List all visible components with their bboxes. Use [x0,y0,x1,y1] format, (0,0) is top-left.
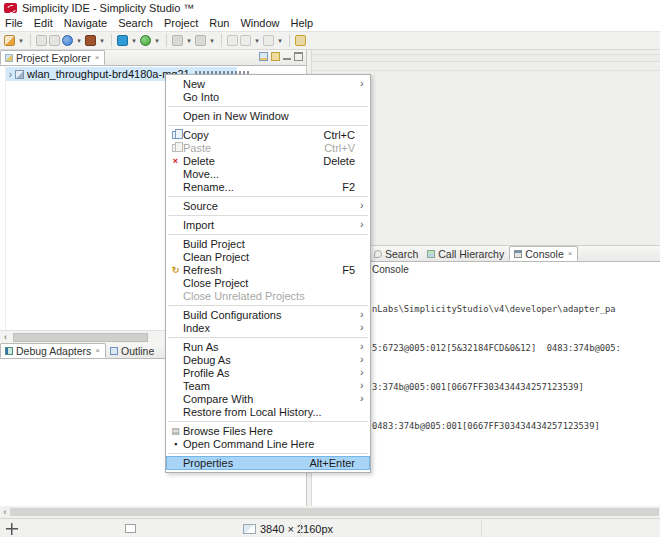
build-icon[interactable] [85,35,96,46]
collapse-all-icon[interactable] [259,52,268,61]
submenu-arrow-icon: › [360,322,367,333]
menu-separator [168,305,368,306]
menu-item-build-configurations[interactable]: Build Configurations› [166,308,370,321]
project-icon [15,70,24,79]
link-with-editor-icon[interactable] [271,52,280,61]
menu-item-restore-from-local-history[interactable]: Restore from Local History... [166,405,370,418]
console-view-icon [514,250,522,258]
menu-separator [168,106,368,107]
menu-item-copy[interactable]: CopyCtrl+C [166,128,370,141]
new-dropdown-caret[interactable]: ▾ [17,37,25,45]
search-toolbar-icon[interactable] [295,35,306,46]
flash-dropdown-caret[interactable]: ▾ [185,37,193,45]
menu-help[interactable]: Help [291,17,314,29]
menu-item-new[interactable]: New› [166,77,370,90]
debug-dropdown-caret[interactable]: ▾ [130,37,138,45]
close-icon[interactable]: × [95,53,100,62]
menu-item-open-in-new-window[interactable]: Open in New Window [166,109,370,122]
save-all-icon[interactable] [49,35,60,46]
flash-programmer-icon[interactable] [172,35,183,46]
close-icon[interactable]: × [95,346,100,355]
menu-separator [168,196,368,197]
build-dropdown-caret[interactable]: ▾ [98,37,106,45]
call-hierarchy-icon [427,250,435,258]
menu-item-close-unrelated-projects[interactable]: Close Unrelated Projects [166,289,370,302]
scrollbar-thumb[interactable] [13,333,148,342]
tab-project-explorer[interactable]: Project Explorer × [0,50,105,65]
tab-call-hierarchy[interactable]: Call Hierarchy [423,246,509,261]
history-dropdown-caret[interactable]: ▾ [253,37,261,45]
menu-item-refresh[interactable]: ↻RefreshF5 [166,263,370,276]
console-output[interactable]: nLabs\SimplicityStudio\v4\developer\adap… [372,277,621,459]
forward-icon[interactable] [240,35,251,46]
console-header-label: Console [372,264,409,275]
project-explorer-tab-row: Project Explorer × [0,50,306,66]
submenu-arrow-icon: › [360,393,367,404]
new-wizard-icon[interactable] [4,35,15,46]
menu-item-clean-project[interactable]: Clean Project [166,250,370,263]
nav-dropdown-caret[interactable]: ▾ [276,37,284,45]
tab-debug-adapters[interactable]: Debug Adapters × [0,343,106,358]
last-edit-icon[interactable] [263,35,274,46]
debug-icon[interactable] [117,35,128,46]
menu-item-browse-files-here[interactable]: ▤Browse Files Here [166,424,370,437]
submenu-arrow-icon: › [360,200,367,211]
profile-icon[interactable] [195,35,206,46]
menu-item-profile-as[interactable]: Profile As› [166,366,370,379]
menu-item-build-project[interactable]: Build Project [166,237,370,250]
console-line: nLabs\SimplicityStudio\v4\developer\adap… [372,303,621,316]
menu-item-team[interactable]: Team› [166,379,370,392]
menu-item-go-into[interactable]: Go Into [166,90,370,103]
run-icon[interactable] [140,35,151,46]
project-explorer-tab-label: Project Explorer [16,52,91,64]
tab-console[interactable]: Console × [509,246,578,261]
menu-item-run-as[interactable]: Run As› [166,340,370,353]
menu-search[interactable]: Search [118,17,153,29]
expand-chevron-icon[interactable]: › [6,69,15,80]
menu-separator [168,125,368,126]
simplicity-studio-logo-icon [4,3,17,13]
run-dropdown-caret[interactable]: ▾ [153,37,161,45]
menu-item-move[interactable]: Move... [166,167,370,180]
minimize-icon[interactable] [283,53,291,60]
menu-item-delete[interactable]: ×DeleteDelete [166,154,370,167]
menu-item-debug-as[interactable]: Debug As› [166,353,370,366]
main-toolbar: ▾ ▾ ▾ ▾ ▾ ▾ ▾ ▾ ▾ [0,31,660,50]
menu-item-close-project[interactable]: Close Project [166,276,370,289]
close-icon[interactable]: × [568,249,573,258]
launcher-dropdown-caret[interactable]: ▾ [75,37,83,45]
menu-item-paste[interactable]: PasteCtrl+V [166,141,370,154]
menu-window[interactable]: Window [240,17,279,29]
scrollbar-track[interactable] [10,508,659,516]
search-view-icon [374,250,382,258]
launcher-icon[interactable] [62,35,73,46]
menu-run[interactable]: Run [209,17,229,29]
scroll-left-arrow-icon[interactable]: ‹ [0,331,11,343]
menu-item-compare-with[interactable]: Compare With› [166,392,370,405]
maximize-icon[interactable] [294,52,303,61]
toolbar-separator [111,34,112,47]
profile-dropdown-caret[interactable]: ▾ [208,37,216,45]
menu-separator [168,215,368,216]
menu-project[interactable]: Project [164,17,198,29]
save-icon[interactable] [36,35,47,46]
menu-file[interactable]: File [5,17,23,29]
search-tab-label: Search [385,248,418,260]
menu-item-properties[interactable]: PropertiesAlt+Enter [166,456,370,470]
selection-frame-icon[interactable] [125,524,136,533]
menu-item-rename[interactable]: Rename...F2 [166,180,370,193]
menu-navigate[interactable]: Navigate [64,17,107,29]
menu-item-source[interactable]: Source› [166,199,370,212]
menu-item-import[interactable]: Import› [166,218,370,231]
menu-item-open-command-line-here[interactable]: ▪Open Command Line Here [166,437,370,450]
scroll-left-arrow-icon[interactable]: ‹ [0,507,10,517]
menu-edit[interactable]: Edit [34,17,53,29]
tab-outline[interactable]: Outline [106,343,159,358]
back-icon[interactable] [227,35,238,46]
menu-item-index[interactable]: Index› [166,321,370,334]
tab-search[interactable]: Search [370,246,423,261]
statusbar-divider [300,520,301,537]
browse-files-icon: ▤ [168,426,183,436]
move-crosshair-icon[interactable] [6,523,18,535]
console-hscrollbar[interactable]: ‹ [0,506,660,518]
